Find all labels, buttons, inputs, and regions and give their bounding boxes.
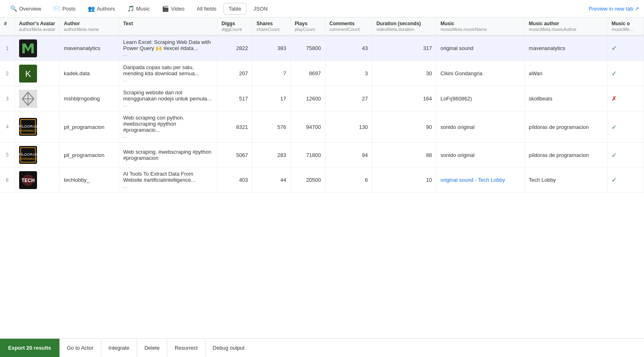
play-count: 8697 <box>290 61 325 86</box>
tab-video[interactable]: 🎬Video <box>157 2 190 15</box>
post-text: Daripada copas satu per satu, mending ki… <box>119 61 217 86</box>
comment-count: 27 <box>325 86 372 111</box>
text-preview: Learn Excel: Scraping Web Data with Powe… <box>123 39 211 51</box>
delete-button[interactable]: Delete <box>137 339 167 357</box>
music-link[interactable]: original sound - Tech Lobby <box>441 177 505 183</box>
tab-overview[interactable]: 🔍Overview <box>5 2 46 15</box>
svg-text:TECH: TECH <box>21 178 35 183</box>
music-name[interactable]: original sound - Tech Lobby <box>436 168 524 193</box>
author-avatar: PÍLDORAS PROGRAMACIÓN <box>15 111 59 143</box>
col-label: Author's Avatar <box>19 21 55 26</box>
text-preview: Daripada copas satu per satu, mending ki… <box>123 64 199 76</box>
music-original-check: ✗ <box>607 86 644 111</box>
tab-allfields[interactable]: All fields <box>191 3 221 15</box>
music-name: Cikini Gondangria <box>436 61 524 86</box>
tab-authors[interactable]: 👥Authors <box>83 2 120 15</box>
preview-new-tab-link[interactable]: Preview in new tab ↗ <box>589 6 639 12</box>
music-original-check: ✓ <box>607 143 644 168</box>
post-text: AI Tools To Extract Data From Website #a… <box>119 168 217 193</box>
svg-text:K: K <box>25 69 31 79</box>
digg-count: 8321 <box>217 111 252 143</box>
x-icon: ✗ <box>611 95 617 102</box>
overview-icon: 🔍 <box>10 5 17 12</box>
row-num: 1 <box>0 35 15 61</box>
col-sublabel: authorMeta.avatar <box>19 27 55 32</box>
col-sublabel: shareCount <box>256 27 286 32</box>
go-to-actor-button[interactable]: Go to Actor <box>59 339 101 357</box>
music-author: píldoras de programacion <box>524 111 607 143</box>
video-icon: 🎬 <box>162 5 169 12</box>
row-num: 5 <box>0 143 15 168</box>
text-preview: AI Tools To Extract Data From Website #a… <box>123 171 196 183</box>
play-count: 12600 <box>290 86 325 111</box>
post-text: Scraping website dari nol menggunakan no… <box>119 86 217 111</box>
check-icon: ✓ <box>611 124 617 131</box>
bottom-bar: Export 20 resultsGo to ActorIntegrateDel… <box>0 338 644 357</box>
tab-bar: 🔍Overview✉️Posts👥Authors🎵Music🎬VideoAll … <box>0 0 644 17</box>
col-sublabel: diggCount <box>221 27 248 32</box>
text-ellipsis[interactable]: ... <box>123 133 127 139</box>
col-label: Music <box>441 21 454 26</box>
col-sublabel: musicMeta.musicAuthor <box>529 27 603 32</box>
col-sublabel: musicMeta.musicName <box>441 27 520 32</box>
integrate-button[interactable]: Integrate <box>101 339 137 357</box>
col-header-plays: PlaysplayCount <box>290 17 325 35</box>
svg-text:PÍLDORAS: PÍLDORAS <box>19 124 37 128</box>
music-author: píldoras de programacion <box>524 143 607 168</box>
author-name: mshbljrngoding <box>60 86 119 111</box>
col-header-author: AuthorauthorMeta.name <box>60 17 119 35</box>
share-count: 283 <box>252 143 290 168</box>
author-avatar: PÍLDORAS PROGRAMACIÓN <box>15 143 59 168</box>
duration: 317 <box>372 35 436 61</box>
post-text: Web scraping con python. #webscraping #p… <box>119 111 217 143</box>
col-sublabel: authorMeta.name <box>64 27 115 32</box>
resurrect-button[interactable]: Resurrect <box>167 339 205 357</box>
check-icon: ✓ <box>611 152 617 159</box>
share-count: 576 <box>252 111 290 143</box>
tab-label: Video <box>171 6 184 12</box>
tab-label: Table <box>229 6 241 12</box>
music-author: Tech Lobby <box>524 168 607 193</box>
col-label: Diggs <box>221 21 235 26</box>
post-text: Learn Excel: Scraping Web Data with Powe… <box>119 35 217 61</box>
text-ellipsis[interactable]: ... <box>123 183 127 189</box>
tab-json[interactable]: JSON <box>248 3 273 15</box>
duration: 30 <box>372 61 436 86</box>
tab-table[interactable]: Table <box>223 3 247 15</box>
tab-label: Overview <box>19 6 41 12</box>
text-preview: Scraping website dari nol menggunakan no… <box>123 89 212 102</box>
digg-count: 403 <box>217 168 252 193</box>
music-name: sonido original <box>436 143 524 168</box>
tab-posts[interactable]: ✉️Posts <box>48 2 81 15</box>
svg-text:PROGRAMACIÓN: PROGRAMACIÓN <box>19 157 37 160</box>
export-button[interactable]: Export 20 results <box>0 339 59 357</box>
col-sublabel: playCount <box>295 27 321 32</box>
comment-count: 3 <box>325 61 372 86</box>
table-row: 1 mavenanalyticsLearn Excel: Scraping We… <box>0 35 644 61</box>
author-name: mavenanalytics <box>60 35 119 61</box>
tab-label: Posts <box>62 6 76 12</box>
check-icon: ✓ <box>611 45 617 52</box>
text-ellipsis[interactable]: ... <box>123 52 127 57</box>
duration: 164 <box>372 86 436 111</box>
tab-music[interactable]: 🎵Music <box>122 2 155 15</box>
play-count: 71800 <box>290 143 325 168</box>
posts-icon: ✉️ <box>53 5 60 12</box>
check-icon: ✓ <box>611 70 617 77</box>
music-name: original sound <box>436 35 524 61</box>
text-ellipsis[interactable]: ... <box>123 77 127 83</box>
debug-output-button[interactable]: Debug output <box>205 339 252 357</box>
digg-count: 207 <box>217 61 252 86</box>
text-ellipsis[interactable]: ... <box>123 102 127 108</box>
authors-icon: 👥 <box>88 5 95 12</box>
author-avatar: TECH <box>15 168 59 193</box>
music-original-check: ✓ <box>607 61 644 86</box>
col-header-text: Text <box>119 17 217 35</box>
col-label: Comments <box>330 21 355 26</box>
comment-count: 94 <box>325 143 372 168</box>
music-icon: 🎵 <box>127 5 134 12</box>
tab-label: JSON <box>253 6 268 12</box>
tab-label: All fields <box>196 6 216 12</box>
comment-count: 130 <box>325 111 372 143</box>
author-avatar: K <box>15 61 59 86</box>
